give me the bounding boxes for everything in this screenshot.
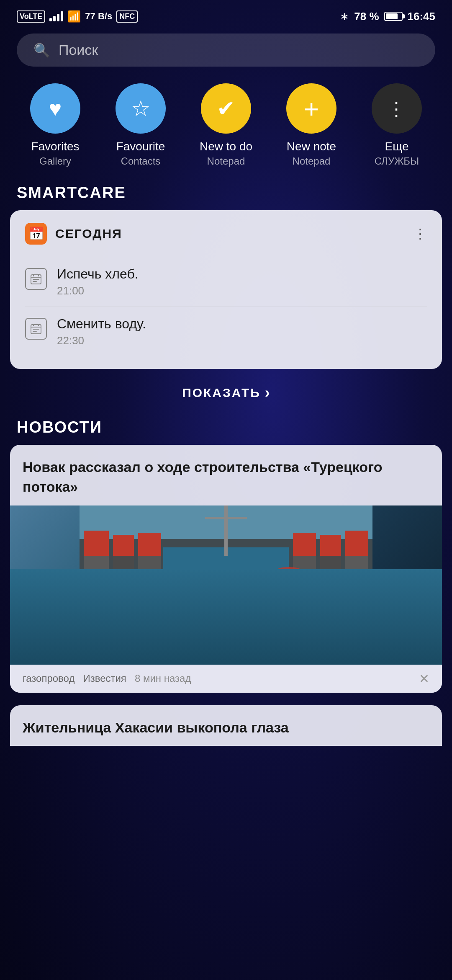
new-todo-sub: Notepad [200, 155, 252, 167]
wifi-speed: 77 B/s [85, 11, 112, 22]
new-todo-icon-circle: ✔ [201, 83, 251, 134]
task-calendar-icon [25, 318, 47, 340]
svg-rect-16 [84, 531, 109, 556]
svg-rect-23 [293, 533, 316, 556]
new-note-name: New note [287, 139, 336, 154]
bluetooth-icon: ∗ [340, 10, 349, 23]
star-icon: ☆ [131, 96, 151, 121]
news-1-source: Известия [83, 673, 126, 684]
news-card-2[interactable]: Жительница Хакасии выкопола глаза [10, 705, 442, 746]
news-card-1[interactable]: Новак рассказал о ходе строительства «Ту… [10, 445, 442, 693]
svg-rect-4 [33, 279, 39, 280]
svg-rect-11 [33, 331, 37, 332]
new-note-sub: Notepad [287, 155, 336, 167]
status-left: VoLTE 📶 77 B/s NFC [17, 10, 138, 23]
favorites-gallery-sub: Gallery [31, 155, 79, 167]
more-name: Еще [375, 139, 419, 154]
favourite-contacts-name: Favourite [116, 139, 165, 154]
favourite-contacts-icon-circle: ☆ [116, 83, 166, 134]
news-1-close-button[interactable]: ✕ [419, 671, 429, 686]
news-1-tag: газопровод [23, 673, 74, 684]
news-section-title: НОВОСТИ [0, 414, 452, 445]
status-right: ∗ 78 % 16:45 [340, 10, 435, 23]
svg-rect-33 [170, 602, 282, 603]
task-2-name: Сменить воду. [57, 316, 427, 332]
shortcuts-row: ♥ Favorites Gallery ☆ Favourite Contacts… [0, 75, 452, 180]
task-item: Испечь хлеб. 21:00 [25, 257, 427, 307]
task-calendar-icon [25, 268, 47, 290]
card-menu-button[interactable]: ⋮ [413, 226, 427, 242]
nfc-icon: NFC [116, 10, 138, 23]
news-1-meta: газопровод Известия 8 мин назад ✕ [10, 665, 442, 693]
more-icon-circle: ⋮ [372, 83, 422, 134]
new-note-icon-circle: + [286, 83, 336, 134]
svg-rect-18 [113, 535, 134, 556]
checkmark-icon: ✔ [217, 96, 235, 121]
battery-indicator [384, 12, 403, 21]
news-2-title: Жительница Хакасии выкопола глаза [23, 718, 429, 738]
shortcut-more[interactable]: ⋮ Еще СЛУЖБЫ [359, 83, 434, 167]
show-more-button[interactable]: ПОКАЗАТЬ › [0, 369, 452, 410]
svg-rect-13 [80, 581, 372, 665]
svg-rect-10 [33, 329, 39, 330]
search-input-label: Поиск [59, 42, 98, 58]
more-sub: СЛУЖБЫ [375, 155, 419, 167]
status-bar: VoLTE 📶 77 B/s NFC ∗ 78 % 16:45 [0, 0, 452, 29]
smartcare-card: 📅 СЕГОДНЯ ⋮ Испечь хлеб. 21:00 [10, 210, 442, 369]
svg-rect-21 [163, 547, 289, 631]
plus-icon: + [304, 94, 319, 124]
news-1-image [10, 505, 442, 665]
wifi-icon: 📶 [67, 10, 81, 23]
svg-rect-25 [320, 535, 341, 556]
signal-strength [49, 11, 63, 21]
new-todo-name: New to do [200, 139, 252, 154]
search-bar[interactable]: 🔍 Поиск [17, 34, 435, 67]
search-container: 🔍 Поиск [0, 29, 452, 75]
task-1-time: 21:00 [57, 284, 427, 297]
svg-rect-20 [138, 533, 161, 556]
task-item: Сменить воду. 22:30 [25, 307, 427, 356]
favourite-contacts-sub: Contacts [116, 155, 165, 167]
calendar-icon: 📅 [25, 223, 47, 245]
more-dots-icon: ⋮ [387, 98, 407, 119]
news-1-time: 8 мин назад [135, 673, 411, 684]
shortcut-favorites-gallery[interactable]: ♥ Favorites Gallery [18, 83, 93, 167]
show-more-arrow-icon: › [265, 384, 270, 402]
volte-indicator: VoLTE [17, 10, 45, 23]
svg-point-30 [276, 567, 301, 574]
shortcut-new-todo[interactable]: ✔ New to do Notepad [188, 83, 264, 167]
news-section: НОВОСТИ Новак рассказал о ходе строитель… [0, 410, 452, 750]
favorites-gallery-name: Favorites [31, 139, 79, 154]
battery-percent: 78 % [354, 10, 379, 23]
show-more-label: ПОКАЗАТЬ [182, 386, 261, 400]
card-today-label: СЕГОДНЯ [55, 227, 122, 241]
search-icon: 🔍 [33, 42, 50, 58]
shortcut-new-note[interactable]: + New note Notepad [274, 83, 349, 167]
news-1-title: Новак рассказал о ходе строительства «Ту… [10, 445, 442, 505]
shortcut-favourite-contacts[interactable]: ☆ Favourite Contacts [103, 83, 178, 167]
clock: 16:45 [408, 10, 436, 23]
svg-rect-32 [172, 596, 280, 597]
favorites-gallery-icon-circle: ♥ [30, 83, 80, 134]
svg-rect-31 [167, 589, 285, 591]
heart-icon: ♥ [49, 96, 62, 121]
smartcare-section-title: SMARTCARE [0, 180, 452, 210]
card-header: 📅 СЕГОДНЯ ⋮ [25, 223, 427, 245]
task-2-time: 22:30 [57, 334, 427, 347]
task-1-name: Испечь хлеб. [57, 266, 427, 282]
svg-rect-27 [345, 531, 368, 556]
svg-rect-5 [33, 281, 37, 282]
